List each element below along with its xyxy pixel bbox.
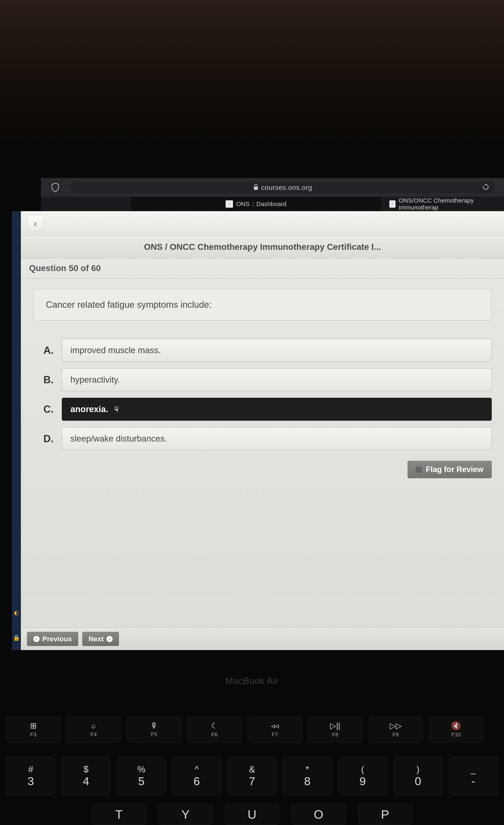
- chevron-left-icon: ‹: [34, 218, 37, 229]
- cursor-hand-icon: ☟: [114, 405, 119, 413]
- next-button[interactable]: Next ›: [82, 632, 119, 646]
- checkbox-icon: [416, 467, 422, 472]
- question-header: Question 50 of 60: [21, 258, 504, 279]
- reload-icon[interactable]: [482, 183, 490, 192]
- keyboard-letter-row: TYUOP: [0, 804, 504, 825]
- answer-text: improved muscle mass.: [70, 346, 161, 355]
- keyboard-key: ☾F6: [187, 716, 241, 743]
- tab-label: ONS/ONCC Chemotherapy Immunotherap: [399, 197, 496, 211]
- keyboard-key: T: [92, 804, 146, 825]
- answer-text: anorexia.: [70, 404, 108, 414]
- answer-row: D.sleep/wake disturbances.: [33, 427, 492, 450]
- privacy-shield-icon[interactable]: [49, 181, 61, 194]
- answer-row: B.hyperactivity.: [33, 368, 492, 391]
- previous-button[interactable]: ‹ Previous: [27, 632, 78, 646]
- answer-option[interactable]: hyperactivity.: [62, 368, 492, 391]
- url-text: courses.ons.org: [261, 183, 312, 192]
- answer-text: hyperactivity.: [70, 375, 120, 385]
- answer-letter: D.: [33, 427, 54, 450]
- answers-list: A.improved muscle mass.B.hyperactivity.C…: [21, 339, 504, 450]
- browser-chrome: courses.ons.org: [41, 178, 504, 197]
- keyboard-fn-row: ⊞F3⌕F4🎙F5☾F6◃◃F7▷||F8▷▷F9🔇F10: [0, 716, 504, 743]
- keyboard-key: _-: [449, 757, 498, 795]
- keyboard-key: (9: [338, 757, 387, 795]
- top-toolbar: ‹: [21, 211, 504, 236]
- back-button[interactable]: ‹: [27, 215, 44, 232]
- keyboard-key: 🎙F5: [127, 716, 181, 743]
- keyboard-key: ⊞F3: [6, 716, 60, 743]
- keyboard-num-row: #3$4%5^6&7*8(9)0_-: [0, 757, 504, 795]
- keyboard-key: U: [225, 804, 279, 825]
- keyboard-key: P: [358, 804, 412, 825]
- photo-background: [0, 0, 504, 141]
- keyboard-key: %5: [117, 757, 166, 795]
- answer-text: sleep/wake disturbances.: [70, 434, 167, 444]
- next-label: Next: [89, 635, 104, 643]
- favicon-icon: ✦: [226, 200, 233, 208]
- answer-row: A.improved muscle mass.: [33, 339, 492, 362]
- chevron-left-icon: ‹: [33, 636, 40, 642]
- tab-course[interactable]: ✦ ONS/ONCC Chemotherapy Immunotherap: [381, 197, 504, 211]
- keyboard-key: $4: [61, 757, 111, 795]
- answer-option[interactable]: sleep/wake disturbances.: [62, 427, 492, 450]
- chevron-right-icon: ›: [106, 636, 113, 642]
- flag-row: Flag for Review: [21, 457, 504, 478]
- question-body: Cancer related fatigue symptoms include:: [21, 279, 504, 331]
- favicon-icon: ✦: [389, 200, 395, 208]
- keyboard-key: ^6: [172, 757, 221, 795]
- keyboard-key: ⌕F4: [67, 716, 121, 743]
- answer-letter: B.: [33, 368, 54, 391]
- page-frame: ◐ 🔒 ‹ ONS / ONCC Chemotherapy Immunother…: [12, 211, 504, 650]
- title-bar: ONS / ONCC Chemotherapy Immunotherapy Ce…: [21, 236, 504, 258]
- tab-label: ONS :: Dashboard: [236, 201, 286, 208]
- page-title: ONS / ONCC Chemotherapy Immunotherapy Ce…: [144, 242, 381, 252]
- flag-for-review-button[interactable]: Flag for Review: [408, 461, 492, 478]
- contrast-icon[interactable]: ◐: [12, 608, 21, 617]
- question-number: Question 50 of 60: [29, 264, 101, 273]
- url-bar[interactable]: courses.ons.org: [70, 181, 496, 194]
- answer-letter: C.: [33, 398, 54, 421]
- answer-row: C.anorexia.☟: [33, 398, 492, 421]
- lock-icon[interactable]: 🔒: [12, 633, 21, 642]
- tab-spacer: [41, 197, 131, 211]
- keyboard-key: ◃◃F7: [248, 716, 302, 743]
- keyboard-key: Y: [158, 804, 213, 825]
- flag-label: Flag for Review: [426, 465, 483, 474]
- sidebar: ◐ 🔒: [12, 211, 21, 650]
- keyboard-key: &7: [227, 757, 277, 795]
- lock-icon: [253, 184, 259, 191]
- laptop-model-label: MacBook Air: [0, 671, 504, 691]
- previous-label: Previous: [43, 635, 72, 643]
- keyboard-key: 🔇F10: [429, 716, 483, 743]
- main-content: ‹ ONS / ONCC Chemotherapy Immunotherapy …: [21, 211, 504, 650]
- keyboard-key: ▷▷F9: [368, 716, 423, 743]
- answer-option[interactable]: anorexia.☟: [62, 398, 492, 421]
- question-text: Cancer related fatigue symptoms include:: [46, 300, 212, 310]
- keyboard-key: *8: [283, 757, 332, 795]
- tab-bar: ✦ ONS :: Dashboard ✦ ONS/ONCC Chemothera…: [41, 197, 504, 211]
- keyboard-key: ▷||F8: [308, 716, 362, 743]
- svg-rect-0: [254, 186, 258, 190]
- question-box: Cancer related fatigue symptoms include:: [33, 289, 492, 320]
- tab-dashboard[interactable]: ✦ ONS :: Dashboard: [131, 197, 381, 211]
- keyboard-key: )0: [393, 757, 443, 795]
- bottom-nav: ‹ Previous Next ›: [21, 627, 504, 650]
- answer-letter: A.: [33, 339, 54, 362]
- answer-option[interactable]: improved muscle mass.: [62, 339, 492, 362]
- keyboard-key: #3: [6, 757, 55, 795]
- keyboard-key: O: [291, 804, 346, 825]
